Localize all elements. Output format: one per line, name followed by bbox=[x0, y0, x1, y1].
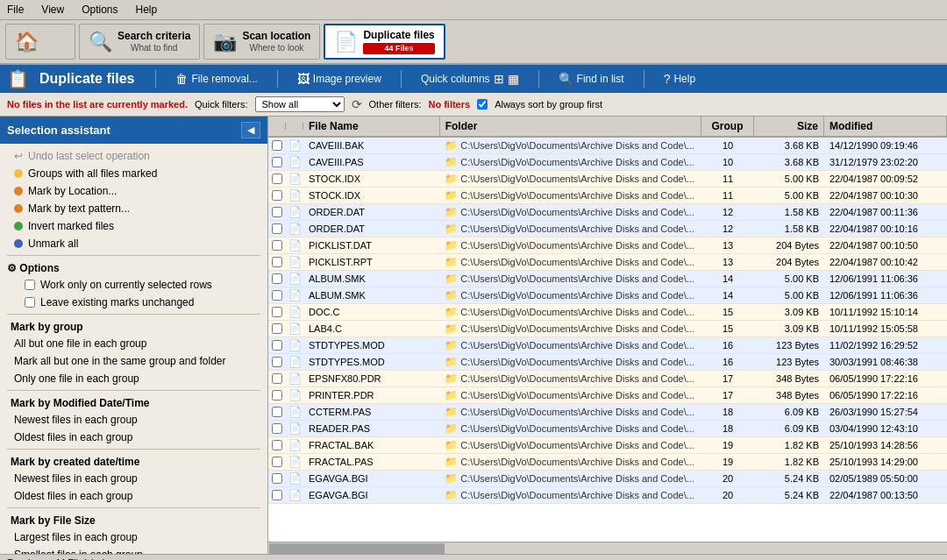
all-but-one-item[interactable]: All but one file in each group bbox=[0, 335, 267, 352]
undo-select-item[interactable]: ↩ Undo last select operation bbox=[0, 147, 267, 165]
menu-view[interactable]: View bbox=[38, 2, 68, 18]
undo-select-label: Undo last select operation bbox=[28, 150, 150, 162]
row-checkbox[interactable] bbox=[272, 473, 282, 484]
row-checkbox[interactable] bbox=[272, 207, 282, 217]
leave-existing-item[interactable]: Leave existing marks unchanged bbox=[0, 294, 267, 311]
help-button[interactable]: ? Help bbox=[659, 69, 701, 89]
row-checkbox[interactable] bbox=[272, 457, 282, 467]
file-removal-button[interactable]: 🗑 File removal... bbox=[170, 69, 262, 89]
file-icon: 📄 bbox=[288, 356, 302, 368]
th-modified[interactable]: Modified bbox=[824, 117, 947, 136]
row-size: 1.82 KB bbox=[754, 438, 824, 452]
row-size: 6.09 KB bbox=[754, 422, 824, 436]
work-selected-rows-item[interactable]: Work only on currently selected rows bbox=[0, 276, 267, 294]
quick-filter-select[interactable]: Show all Marked only Unmarked only bbox=[255, 96, 345, 112]
row-checkbox[interactable] bbox=[272, 407, 282, 417]
row-checkbox[interactable] bbox=[272, 223, 282, 234]
groups-all-marked-item[interactable]: Groups with all files marked bbox=[0, 165, 267, 182]
row-filename: ALBUM.SMK bbox=[303, 272, 439, 286]
folder-path: C:\Users\DigVo\Documents\Archive Disks a… bbox=[460, 190, 694, 201]
row-icon-cell: 📄 bbox=[286, 138, 303, 153]
row-checkbox[interactable] bbox=[272, 323, 282, 334]
row-checkbox[interactable] bbox=[272, 240, 282, 251]
row-modified: 06/05/1990 17:22:16 bbox=[824, 372, 947, 386]
always-sort-checkbox[interactable] bbox=[477, 99, 488, 110]
duplicate-files-button[interactable]: 📄 Duplicate files 44 Files bbox=[324, 24, 445, 60]
row-filename: DOC.C bbox=[303, 305, 439, 319]
folder-path: C:\Users\DigVo\Documents\Archive Disks a… bbox=[460, 140, 694, 151]
row-size: 5.00 KB bbox=[754, 188, 824, 202]
mark-all-but-one-folder-item[interactable]: Mark all but one in the same group and f… bbox=[0, 352, 267, 370]
row-checkbox[interactable] bbox=[272, 174, 282, 184]
divider4 bbox=[7, 449, 260, 450]
row-checkbox-cell bbox=[268, 272, 286, 286]
home-button[interactable]: 🏠 bbox=[5, 24, 75, 60]
row-checkbox[interactable] bbox=[272, 340, 282, 351]
row-checkbox[interactable] bbox=[272, 190, 282, 201]
row-group: 18 bbox=[701, 422, 754, 436]
search-criteria-button[interactable]: 🔍 Search criteria What to find bbox=[79, 24, 200, 60]
row-checkbox[interactable] bbox=[272, 307, 282, 317]
row-checkbox[interactable] bbox=[272, 273, 282, 284]
row-checkbox[interactable] bbox=[272, 140, 282, 151]
divider2 bbox=[7, 314, 260, 315]
row-modified: 22/04/1987 00:11:36 bbox=[824, 205, 947, 219]
oldest-modified-item[interactable]: Oldest files in each group bbox=[0, 429, 267, 446]
largest-files-item[interactable]: Largest files in each group bbox=[0, 528, 267, 546]
row-filename: STOCK.IDX bbox=[303, 188, 439, 202]
row-checkbox[interactable] bbox=[272, 357, 282, 367]
table-row: 📄 STOCK.IDX 📁 C:\Users\DigVo\Documents\A… bbox=[268, 188, 947, 204]
row-size: 1.82 KB bbox=[754, 455, 824, 469]
file-icon: 📄 bbox=[288, 289, 302, 301]
image-preview-button[interactable]: 🖼 Image preview bbox=[292, 69, 387, 89]
row-filename: ORDER.DAT bbox=[303, 222, 439, 236]
mark-by-pattern-item[interactable]: Mark by text pattern... bbox=[0, 200, 267, 217]
row-checkbox[interactable] bbox=[272, 390, 282, 401]
row-group: 15 bbox=[701, 305, 754, 319]
smallest-files-item[interactable]: Smallest files in each group bbox=[0, 546, 267, 554]
find-in-list-button[interactable]: 🔍 Find in list bbox=[553, 69, 630, 89]
table-row: 📄 CAVEIII.BAK 📁 C:\Users\DigVo\Documents… bbox=[268, 138, 947, 154]
leave-existing-checkbox[interactable] bbox=[25, 297, 35, 308]
always-sort-label: Always sort by group first bbox=[495, 99, 602, 110]
row-checkbox[interactable] bbox=[272, 290, 282, 301]
row-folder: 📁 C:\Users\DigVo\Documents\Archive Disks… bbox=[439, 321, 701, 337]
duplicate-files-label: Duplicate files bbox=[363, 29, 434, 41]
row-checkbox[interactable] bbox=[272, 373, 282, 384]
row-checkbox-cell bbox=[268, 205, 286, 219]
row-icon-cell: 📄 bbox=[286, 154, 303, 170]
row-group: 19 bbox=[701, 455, 754, 469]
th-group[interactable]: Group bbox=[701, 117, 754, 136]
mark-by-location-item[interactable]: Mark by Location... bbox=[0, 182, 267, 200]
th-folder[interactable]: Folder bbox=[440, 117, 701, 136]
work-selected-checkbox[interactable] bbox=[25, 280, 35, 290]
row-checkbox[interactable] bbox=[272, 257, 282, 267]
menu-options[interactable]: Options bbox=[78, 2, 121, 18]
scan-location-button[interactable]: 📷 Scan location Where to look bbox=[203, 24, 320, 60]
th-size[interactable]: Size bbox=[754, 117, 824, 136]
search-criteria-label: Search criteria bbox=[117, 30, 190, 42]
row-checkbox[interactable] bbox=[272, 157, 282, 167]
quick-columns-button[interactable]: Quick columns ⊞ ▦ bbox=[416, 69, 524, 89]
orange-dot1 bbox=[14, 187, 23, 195]
table-row: 📄 ALBUM.SMK 📁 C:\Users\DigVo\Documents\A… bbox=[268, 287, 947, 304]
invert-marked-item[interactable]: Invert marked files bbox=[0, 217, 267, 235]
row-folder: 📁 C:\Users\DigVo\Documents\Archive Disks… bbox=[439, 154, 701, 170]
row-modified: 12/06/1991 11:06:36 bbox=[824, 288, 947, 302]
newest-modified-item[interactable]: Newest files in each group bbox=[0, 411, 267, 429]
th-filename[interactable]: File Name bbox=[303, 117, 440, 136]
row-checkbox[interactable] bbox=[272, 490, 282, 500]
menu-file[interactable]: File bbox=[4, 2, 27, 18]
row-size: 5.00 KB bbox=[754, 288, 824, 302]
row-checkbox[interactable] bbox=[272, 440, 282, 450]
back-button[interactable]: ◀ bbox=[241, 122, 260, 138]
refresh-button[interactable]: ⟳ bbox=[352, 97, 362, 111]
row-checkbox[interactable] bbox=[272, 423, 282, 434]
row-folder: 📁 C:\Users\DigVo\Documents\Archive Disks… bbox=[439, 354, 701, 370]
horizontal-scrollbar[interactable] bbox=[268, 542, 947, 554]
newest-created-item[interactable]: Newest files in each group bbox=[0, 470, 267, 487]
only-one-file-item[interactable]: Only one file in each group bbox=[0, 370, 267, 387]
unmark-all-item[interactable]: Unmark all bbox=[0, 235, 267, 252]
oldest-created-item[interactable]: Oldest files in each group bbox=[0, 487, 267, 505]
menu-help[interactable]: Help bbox=[132, 2, 161, 18]
